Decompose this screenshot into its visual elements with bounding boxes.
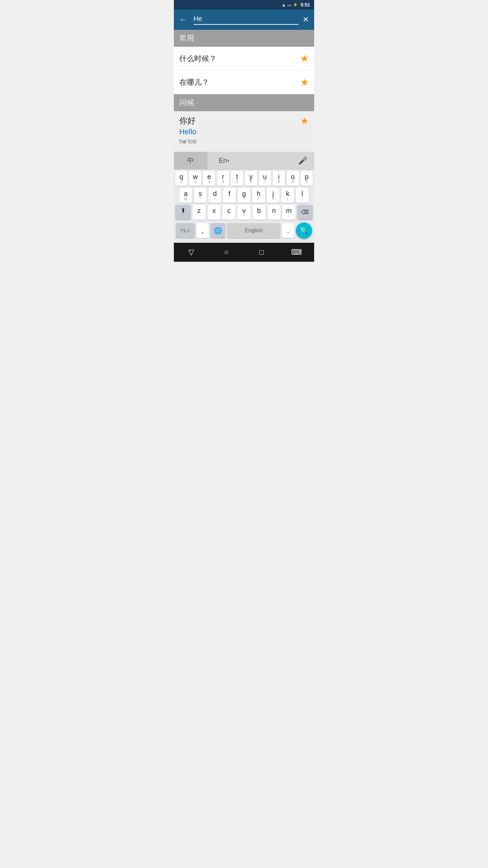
search-key[interactable]: 🔍 xyxy=(296,222,312,239)
key-z[interactable]: z' xyxy=(192,205,206,220)
status-icons: ▲ ▬ ⚡ 5:51 xyxy=(282,2,310,7)
globe-icon: 🌐 xyxy=(214,226,222,235)
space-key-label: English xyxy=(245,228,262,234)
key-n[interactable]: n~ xyxy=(267,205,281,220)
keyboard-rows: q1 w2 e3 r4 t5 y6 u7 i8 o9 p0 a@ s* d+ f… xyxy=(174,170,314,243)
key-f[interactable]: f- xyxy=(223,188,236,203)
mic-area: 🎤 xyxy=(241,152,314,169)
key-o[interactable]: o9 xyxy=(287,171,299,186)
wifi-icon: ▲ xyxy=(282,2,286,7)
lang-chinese-btn[interactable]: 中 xyxy=(174,152,207,169)
keyboard: 中 En ▾ 🎤 q1 w2 e3 r4 t5 y6 u7 i8 o9 p0 a… xyxy=(174,152,314,243)
space-key[interactable]: English xyxy=(227,223,280,238)
key-l[interactable]: l) xyxy=(296,188,309,203)
header: ← ✕ xyxy=(174,9,314,30)
back-button[interactable]: ← xyxy=(179,15,189,24)
section-common-header: 常用 xyxy=(174,30,314,47)
list-item-2[interactable]: 在哪儿？ ★ xyxy=(174,71,314,94)
key-row-bottom: ?1☺ , 🌐 English . 🔍 xyxy=(174,222,314,239)
nav-home-button[interactable]: ○ xyxy=(218,244,235,260)
key-v[interactable]: v? xyxy=(237,205,250,220)
section-greeting-header: 问候 xyxy=(174,94,314,111)
en-arrow-icon: ▾ xyxy=(227,159,229,162)
key-s[interactable]: s* xyxy=(194,188,207,203)
shift-key[interactable]: ⬆ − xyxy=(175,205,191,220)
emoji-key-label: ?1☺ xyxy=(180,228,190,233)
star-icon-greeting[interactable]: ★ xyxy=(300,115,309,126)
comma-key[interactable]: , xyxy=(197,223,209,238)
nav-recents-button[interactable]: □ xyxy=(253,244,270,260)
key-m[interactable]: m… xyxy=(282,205,296,220)
key-k[interactable]: k( xyxy=(281,188,294,203)
greeting-content: 你好 Hello həˈloʊ xyxy=(179,115,197,145)
period-key-label: . xyxy=(287,227,289,235)
greeting-phonetic: həˈloʊ xyxy=(179,138,197,145)
period-key[interactable]: . xyxy=(282,223,294,238)
key-a[interactable]: a@ xyxy=(179,188,192,203)
star-icon-2[interactable]: ★ xyxy=(300,77,309,88)
key-d[interactable]: d+ xyxy=(208,188,221,203)
key-c[interactable]: c" xyxy=(222,205,236,220)
key-r[interactable]: r4 xyxy=(217,171,229,186)
greeting-english: Hello xyxy=(179,127,197,136)
key-t[interactable]: t5 xyxy=(231,171,243,186)
signal-icon: ▬ xyxy=(287,2,291,7)
key-row-2: a@ s* d+ f- g= h/ j# k( l) xyxy=(174,188,314,203)
key-row-3: ⬆ − z' x: c" v? b! n~ m… ⌫ xyxy=(174,205,314,220)
key-i[interactable]: i8 xyxy=(273,171,285,186)
key-w[interactable]: w2 xyxy=(189,171,201,186)
key-x[interactable]: x: xyxy=(207,205,221,220)
battery-icon: ⚡ xyxy=(293,2,298,7)
search-icon: 🔍 xyxy=(300,226,308,235)
status-bar: ▲ ▬ ⚡ 5:51 xyxy=(174,0,314,9)
mic-icon[interactable]: 🎤 xyxy=(298,156,307,165)
lang-english-btn[interactable]: En ▾ xyxy=(207,152,241,169)
key-h[interactable]: h/ xyxy=(252,188,265,203)
key-b[interactable]: b! xyxy=(252,205,266,220)
status-time: 5:51 xyxy=(301,2,310,7)
nav-bar: ▽ ○ □ ⌨ xyxy=(174,243,314,262)
globe-key[interactable]: 🌐 xyxy=(210,223,225,238)
key-q[interactable]: q1 xyxy=(175,171,187,186)
search-input[interactable] xyxy=(194,15,299,23)
key-row-1: q1 w2 e3 r4 t5 y6 u7 i8 o9 p0 xyxy=(174,171,314,186)
list-item-2-text: 在哪儿？ xyxy=(179,77,209,87)
key-p[interactable]: p0 xyxy=(301,171,313,186)
list-item-greeting[interactable]: 你好 Hello həˈloʊ ★ xyxy=(174,111,314,152)
key-g[interactable]: g= xyxy=(238,188,250,203)
key-u[interactable]: u7 xyxy=(259,171,271,186)
nav-back-button[interactable]: ▽ xyxy=(183,244,200,260)
star-icon-1[interactable]: ★ xyxy=(300,53,309,64)
list-item-1[interactable]: 什么时候？ ★ xyxy=(174,47,314,71)
greeting-chinese: 你好 xyxy=(179,115,197,126)
key-y[interactable]: y6 xyxy=(245,171,257,186)
nav-keyboard-button[interactable]: ⌨ xyxy=(288,244,305,260)
clear-button[interactable]: ✕ xyxy=(303,15,309,24)
comma-key-label: , xyxy=(202,227,204,235)
lang-row: 中 En ▾ 🎤 xyxy=(174,152,314,170)
key-j[interactable]: j# xyxy=(267,188,280,203)
list-item-1-text: 什么时候？ xyxy=(179,54,217,64)
search-bar xyxy=(194,15,299,25)
backspace-key[interactable]: ⌫ xyxy=(297,205,313,220)
key-e[interactable]: e3 xyxy=(203,171,215,186)
emoji-key[interactable]: ?1☺ xyxy=(176,223,195,238)
